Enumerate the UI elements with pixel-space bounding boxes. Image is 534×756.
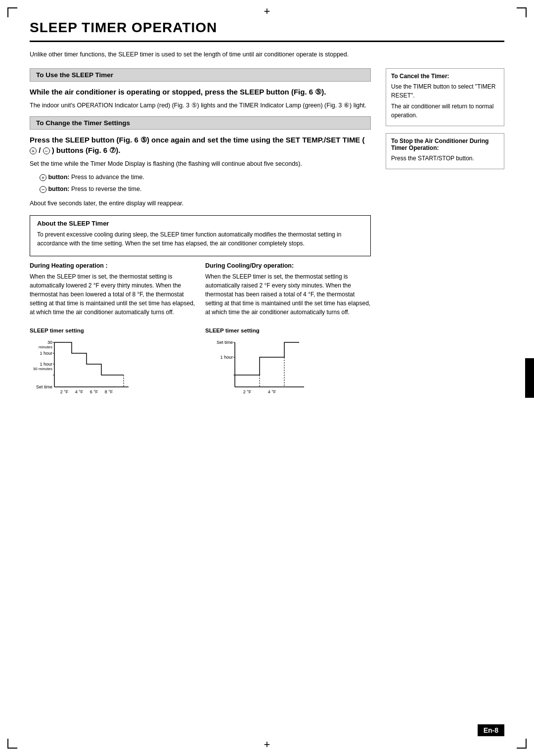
x-label-3: 6 °F <box>90 389 98 394</box>
y-label-set: Set time <box>36 384 52 389</box>
corner-mark-tr <box>517 7 527 17</box>
intro-paragraph: Unlike other timer functions, the SLEEP … <box>30 50 504 59</box>
right-column: To Cancel the Timer: Use the TIMER butto… <box>386 68 504 402</box>
cooling-body: When the SLEEP timer is set, the thermos… <box>205 272 371 317</box>
charts-layout: SLEEP timer setting <box>30 328 371 402</box>
page: En-8 SLEEP TIMER OPERATION Unlike other … <box>0 0 534 756</box>
cooling-title: During Cooling/Dry operation: <box>205 262 371 269</box>
x-label-2: 4 °F <box>75 389 84 394</box>
crosshair-top <box>264 5 270 18</box>
plus-button-desc: + button: Press to advance the time. <box>40 172 371 182</box>
stop-box: To Stop the Air Conditioner During Timer… <box>386 133 504 169</box>
minus-button-desc: − button: Press to reverse the time. <box>40 184 371 194</box>
y-label-1: 30 <box>47 340 52 345</box>
rx-label-2: 4 °F <box>268 389 276 394</box>
heating-ops-col: During Heating operation : When the SLEE… <box>30 262 195 321</box>
left-chart-section: SLEEP timer setting <box>30 328 195 402</box>
plus-desc: Press to advance the time. <box>71 174 144 181</box>
section2-heading: Press the SLEEP button (Fig. 6 ⑤) once a… <box>30 135 371 155</box>
minus-desc: Press to reverse the time. <box>71 186 141 192</box>
plus-label: button: <box>48 174 69 181</box>
corner-mark-bl <box>7 739 17 749</box>
heating-body: When the SLEEP timer is set, the thermos… <box>30 272 195 317</box>
right-chart-svg: 2 °F 4 °F Set time 1 hour <box>205 337 314 402</box>
cancel-box-title: To Cancel the Timer: <box>391 73 499 80</box>
about-sleep-timer-box: About the SLEEP Timer To prevent excessi… <box>30 215 371 256</box>
right-chart-section: SLEEP timer setting <box>205 328 371 402</box>
stop-box-line1: Press the START/STOP button. <box>391 154 499 163</box>
section2: To Change the Timer Settings Press the S… <box>30 116 371 209</box>
section1-header: To Use the SLEEP Timer <box>30 68 371 82</box>
about-box-title: About the SLEEP Timer <box>37 220 363 227</box>
operations-layout: During Heating operation : When the SLEE… <box>30 262 371 321</box>
y-label-min: minutes <box>39 345 52 349</box>
section2-body1: Set the time while the Timer Mode Displa… <box>30 159 371 169</box>
cancel-box-line2: The air conditioner will return to norma… <box>391 102 499 120</box>
cancel-box-line1: Use the TIMER button to select "TIMER RE… <box>391 82 499 100</box>
corner-mark-br <box>517 739 527 749</box>
x-label-4: 8 °F <box>105 389 113 394</box>
left-column: To Use the SLEEP Timer While the air con… <box>30 68 371 402</box>
section1-body: The indoor unit's OPERATION Indicator La… <box>30 101 371 110</box>
section1: To Use the SLEEP Timer While the air con… <box>30 68 371 110</box>
ry-label-top: Set time <box>217 340 233 345</box>
y-label-2: 1 hour <box>40 351 52 356</box>
page-number: En-8 <box>478 724 504 736</box>
y-label-3: 1 hour <box>40 362 52 367</box>
minus-label: button: <box>48 186 69 192</box>
section1-heading: While the air conditioner is operating o… <box>30 87 371 97</box>
cooling-ops-col: During Cooling/Dry operation: When the S… <box>205 262 371 321</box>
main-layout: To Use the SLEEP Timer While the air con… <box>30 68 504 402</box>
left-chart-label: SLEEP timer setting <box>30 328 195 333</box>
y-label-3b: 30 minutes <box>33 367 52 371</box>
section2-body2: About five seconds later, the entire dis… <box>30 199 371 208</box>
page-title: SLEEP TIMER OPERATION <box>30 20 504 42</box>
left-chart-wrapper: 2 °F 4 °F 6 °F 8 °F 30 minutes 1 hour 1 … <box>30 337 138 402</box>
right-chart-wrapper: 2 °F 4 °F Set time 1 hour <box>205 337 314 402</box>
ry-label-1hr: 1 hour <box>220 355 233 360</box>
stop-box-title: To Stop the Air Conditioner During Timer… <box>391 138 499 151</box>
left-chart-svg: 2 °F 4 °F 6 °F 8 °F 30 minutes 1 hour 1 … <box>30 337 138 402</box>
x-label-1: 2 °F <box>60 389 69 394</box>
about-box-body: To prevent excessive cooling during slee… <box>37 230 363 248</box>
rx-label-1: 2 °F <box>243 389 252 394</box>
right-chart-label: SLEEP timer setting <box>205 328 371 333</box>
cancel-box: To Cancel the Timer: Use the TIMER butto… <box>386 68 504 126</box>
crosshair-bottom <box>264 738 270 751</box>
section2-header: To Change the Timer Settings <box>30 116 371 130</box>
right-tab <box>525 358 534 398</box>
corner-mark-tl <box>7 7 17 17</box>
heating-title: During Heating operation : <box>30 262 195 269</box>
